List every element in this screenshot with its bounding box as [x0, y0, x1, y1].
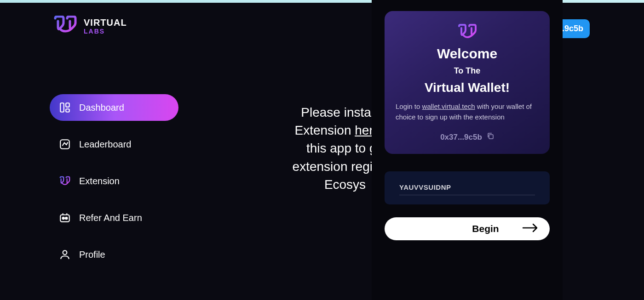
welcome-card: Welcome To The Virtual Wallet! Login to … [385, 11, 550, 154]
begin-button-label: Begin [472, 223, 499, 234]
wallet-url-link[interactable]: wallet.virtual.tech [422, 102, 475, 110]
profile-icon [59, 249, 71, 260]
svg-rect-0 [60, 103, 64, 112]
svg-point-6 [65, 217, 67, 219]
svg-rect-8 [489, 135, 493, 139]
wallet-address-short: 0x37...9c5b [440, 133, 482, 142]
copy-icon[interactable] [487, 132, 494, 142]
extension-icon [59, 175, 71, 187]
msg-line5: Ecosys [324, 177, 366, 192]
sidebar-item-label: Leaderboard [79, 139, 131, 150]
welcome-product-name: Virtual Wallet! [396, 80, 539, 95]
svg-rect-3 [60, 140, 69, 149]
sidebar-item-label: Dashboard [79, 102, 124, 113]
welcome-desc-pre: Login to [396, 102, 422, 110]
svg-rect-1 [66, 103, 69, 107]
refer-icon [59, 212, 71, 224]
referral-code-value: YAUVVSUIDNP [399, 183, 535, 195]
msg-line2-pre: Extension [295, 123, 355, 137]
referral-code-field[interactable]: YAUVVSUIDNP [385, 171, 550, 204]
welcome-to-the: To The [396, 66, 539, 76]
sidebar-item-label: Extension [79, 176, 120, 187]
welcome-title: Welcome [396, 46, 539, 62]
begin-button[interactable]: Begin [385, 217, 550, 240]
brand-logo-icon [53, 16, 77, 37]
sidebar-item-profile[interactable]: Profile [50, 241, 178, 268]
svg-rect-2 [66, 109, 69, 112]
wallet-address-row: 0x37...9c5b [396, 132, 539, 142]
welcome-description: Login to wallet.virtual.tech with your w… [396, 102, 539, 122]
extension-popup: Welcome To The Virtual Wallet! Login to … [372, 0, 563, 300]
brand-logo[interactable]: VIRTUAL LABS [53, 16, 127, 37]
svg-point-5 [63, 217, 64, 219]
sidebar-item-dashboard[interactable]: Dashboard [50, 94, 178, 121]
sidebar-item-refer[interactable]: Refer And Earn [50, 204, 178, 231]
sidebar-nav: Dashboard Leaderboard Extension Refer An… [50, 94, 178, 278]
sidebar-item-label: Profile [79, 249, 105, 260]
arrow-right-icon [522, 223, 539, 235]
brand-name-bottom: LABS [84, 28, 127, 35]
sidebar-item-label: Refer And Earn [79, 213, 142, 223]
sidebar-item-leaderboard[interactable]: Leaderboard [50, 131, 178, 158]
leaderboard-icon [59, 138, 71, 150]
sidebar-item-extension[interactable]: Extension [50, 168, 178, 194]
brand-name-top: VIRTUAL [84, 17, 127, 28]
dashboard-icon [59, 102, 71, 113]
svg-point-7 [63, 250, 67, 255]
welcome-logo-icon [396, 24, 539, 40]
